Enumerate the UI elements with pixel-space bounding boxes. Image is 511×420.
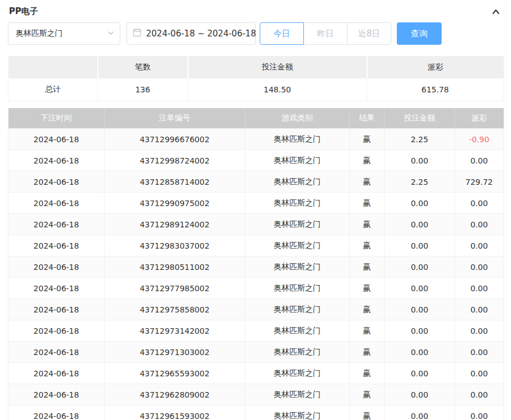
table-row: 2024-06-18 43712989124002 奥林匹斯之门 赢 0.00 … [8,214,504,235]
summary-total-label: 总计 [8,78,98,101]
today-button[interactable]: 今日 [260,22,304,45]
table-row: 2024-06-18 43712971303002 奥林匹斯之门 赢 0.00 … [8,342,504,363]
summary-header-count: 笔数 [98,56,188,78]
chevron-up-icon [491,10,501,18]
cell-order-id: 43712973142002 [105,320,245,342]
cell-bet-time: 2024-06-18 [8,405,105,420]
table-row: 2024-06-18 43712961593002 奥林匹斯之门 赢 0.00 … [8,405,504,420]
quick-date-button-group: 今日 昨日 近8日 [260,22,391,45]
table-row: 2024-06-18 43712998724002 奥林匹斯之门 赢 0.00 … [8,150,504,171]
cell-result: 赢 [350,384,385,405]
cell-result: 赢 [350,342,385,363]
bet-table-body: 2024-06-18 43712996676002 奥林匹斯之门 赢 2.25 … [8,129,504,420]
col-header-payout: 派彩 [455,108,504,129]
table-row: 2024-06-18 43712996676002 奥林匹斯之门 赢 2.25 … [8,129,504,150]
cell-bet-amount: 0.00 [385,193,455,214]
cell-payout: 729.72 [455,171,504,193]
date-range-input[interactable]: 2024-06-18 ~ 2024-06-18 [126,22,256,45]
cell-game-type: 奥林匹斯之门 [245,363,350,384]
cell-payout: 0.00 [455,214,504,235]
cell-bet-time: 2024-06-18 [8,235,105,256]
cell-payout: 0.00 [455,363,504,384]
cell-bet-time: 2024-06-18 [8,384,105,405]
cell-result: 赢 [350,214,385,235]
cell-bet-time: 2024-06-18 [8,363,105,384]
cell-order-id: 43712962809002 [105,384,245,405]
cell-bet-time: 2024-06-18 [8,278,105,299]
cell-game-type: 奥林匹斯之门 [245,256,350,278]
cell-game-type: 奥林匹斯之门 [245,150,350,171]
cell-game-type: 奥林匹斯之门 [245,384,350,405]
cell-order-id: 43712998724002 [105,150,245,171]
cell-result: 赢 [350,278,385,299]
last-8-days-button[interactable]: 近8日 [347,22,391,45]
summary-table: 笔数 投注金额 派彩 总计 136 148.50 615.78 [8,56,504,101]
chevron-down-icon [107,29,114,38]
table-row: 2024-06-18 43712980511002 奥林匹斯之门 赢 0.00 … [8,256,504,278]
table-row: 2024-06-18 43712990975002 奥林匹斯之门 赢 0.00 … [8,193,504,214]
summary-header-bet-amount: 投注金额 [188,56,367,78]
summary-total-row: 总计 136 148.50 615.78 [8,78,504,101]
cell-bet-amount: 0.00 [385,299,455,320]
cell-game-type: 奥林匹斯之门 [245,342,350,363]
cell-bet-amount: 0.00 [385,363,455,384]
cell-order-id: 43712980511002 [105,256,245,278]
cell-order-id: 43712971303002 [105,342,245,363]
cell-result: 赢 [350,193,385,214]
cell-bet-time: 2024-06-18 [8,320,105,342]
cell-bet-amount: 0.00 [385,384,455,405]
cell-bet-amount: 0.00 [385,150,455,171]
cell-payout: 0.00 [455,193,504,214]
filter-toolbar: 奥林匹斯之门 2024-06-18 ~ 2024-06-18 今日 昨日 [8,22,503,45]
cell-bet-amount: 0.00 [385,256,455,278]
cell-bet-time: 2024-06-18 [8,193,105,214]
cell-payout: 0.00 [455,384,504,405]
table-row: 2024-06-18 43712965593002 奥林匹斯之门 赢 0.00 … [8,363,504,384]
cell-bet-time: 2024-06-18 [8,256,105,278]
yesterday-button[interactable]: 昨日 [303,22,348,45]
table-row: 2024-06-18 43712977985002 奥林匹斯之门 赢 0.00 … [8,278,504,299]
col-header-bet-amount: 投注金额 [385,108,455,129]
cell-order-id: 43712858714002 [105,171,245,193]
search-button[interactable]: 查询 [397,22,442,45]
cell-game-type: 奥林匹斯之门 [245,299,350,320]
cell-game-type: 奥林匹斯之门 [245,171,350,193]
cell-payout: -0.90 [455,129,504,150]
cell-result: 赢 [350,150,385,171]
cell-payout: 0.00 [455,320,504,342]
collapse-button[interactable] [490,6,502,18]
cell-bet-time: 2024-06-18 [8,171,105,193]
summary-total-bet-amount: 148.50 [188,78,367,101]
game-select[interactable]: 奥林匹斯之门 [8,22,120,45]
col-header-game-type: 游戏类别 [245,108,350,129]
cell-result: 赢 [350,235,385,256]
table-row: 2024-06-18 43712962809002 奥林匹斯之门 赢 0.00 … [8,384,504,405]
cell-bet-time: 2024-06-18 [8,299,105,320]
cell-game-type: 奥林匹斯之门 [245,405,350,420]
summary-header-row: 笔数 投注金额 派彩 [8,56,504,78]
cell-bet-amount: 2.25 [385,171,455,193]
page-title: PP电子 [9,6,38,17]
cell-order-id: 43712996676002 [105,129,245,150]
cell-order-id: 43712989124002 [105,214,245,235]
table-row: 2024-06-18 43712973142002 奥林匹斯之门 赢 0.00 … [8,320,504,342]
cell-result: 赢 [350,171,385,193]
cell-bet-amount: 0.00 [385,320,455,342]
table-row: 2024-06-18 43712975858002 奥林匹斯之门 赢 0.00 … [8,299,504,320]
summary-total-count: 136 [98,78,188,101]
table-row: 2024-06-18 43712858714002 奥林匹斯之门 赢 2.25 … [8,171,504,193]
cell-payout: 0.00 [455,235,504,256]
cell-order-id: 43712983037002 [105,235,245,256]
cell-bet-time: 2024-06-18 [8,150,105,171]
calendar-icon [133,28,142,39]
cell-bet-amount: 0.00 [385,235,455,256]
cell-payout: 0.00 [455,299,504,320]
cell-bet-amount: 0.00 [385,405,455,420]
summary-header-empty [8,56,98,78]
cell-result: 赢 [350,299,385,320]
cell-bet-time: 2024-06-18 [8,214,105,235]
cell-payout: 0.00 [455,405,504,420]
date-range-value: 2024-06-18 ~ 2024-06-18 [146,29,256,39]
cell-payout: 0.00 [455,150,504,171]
cell-bet-amount: 0.00 [385,342,455,363]
